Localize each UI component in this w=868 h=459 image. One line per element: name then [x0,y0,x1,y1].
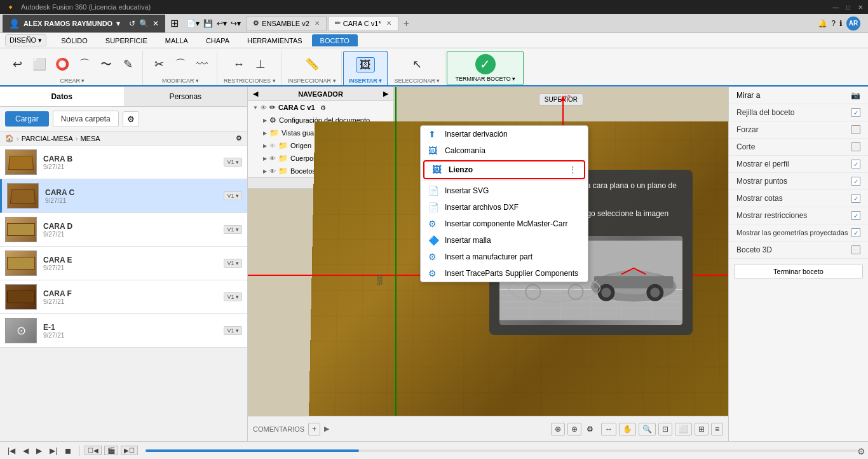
viewport[interactable]: ◀ NAVEGADOR ▶ ▼ 👁 ✏ CARA C v1 ⚙ ▶ ⚙ Conf… [248,87,728,441]
ribbon-btn-trim[interactable]: ✂ [149,57,168,72]
rejilla-checkbox[interactable]: ✓ [851,108,860,117]
new-tab-button[interactable]: + [400,18,413,29]
help-icon[interactable]: ? [831,19,836,28]
navigator-expand-btn[interactable]: ▶ [383,90,388,98]
nav-item-eye-origen[interactable]: 👁 [269,142,276,149]
keyframe-next-btn[interactable]: ▶☐ [121,446,138,455]
dropdown-item-lienzo[interactable]: 🖼 Lienzo ⋮ [423,160,585,179]
nav-expand-icon[interactable]: ▶ [263,130,267,136]
restricciones-label[interactable]: RESTRICCIONES ▾ [224,78,276,84]
hand-icon[interactable]: ✋ [619,423,636,435]
redo-icon[interactable]: ↪▾ [231,19,241,28]
lienzo-more-icon[interactable]: ⋮ [569,165,576,174]
play-play-btn[interactable]: ▶ [34,445,44,456]
ribbon-btn-circle[interactable]: ⭕ [52,57,72,72]
ribbon-btn-select[interactable]: ↖ [407,57,426,72]
insertar-label[interactable]: INSERTAR ▾ [349,78,383,84]
forzar-checkbox[interactable] [851,125,860,134]
list-item[interactable]: CARA D 9/27/21 V1 ▾ [0,213,247,247]
grid-display-icon[interactable]: ⊞ [695,423,709,435]
play-first-btn[interactable]: |◀ [5,445,18,456]
ribbon-tab-malla[interactable]: MALLA [157,34,196,46]
user-dropdown-icon[interactable]: ▾ [116,19,120,28]
panel-tab-personas[interactable]: Personas [124,87,248,106]
nav-expand-icon[interactable]: ▶ [263,168,267,174]
settings-icon[interactable]: ⚙ [587,425,593,434]
nav-item-eye-bocetos[interactable]: 👁 [269,168,276,175]
ribbon-tab-boceto[interactable]: BOCETO [312,34,358,46]
seleccionar-label[interactable]: SELECCIONAR ▾ [394,78,440,84]
play-prev-btn[interactable]: ◀ [20,445,31,456]
terminar-boceto-settings-btn[interactable]: Terminar boceto [734,264,863,279]
ribbon-tab-chapa[interactable]: CHAPA [198,34,238,46]
pan-icon[interactable]: ↔ [601,423,616,435]
top-right-icons[interactable]: 🔔 ? ℹ AR [813,17,865,31]
ribbon-btn-offset[interactable]: 〰 [193,57,212,72]
close-btn[interactable]: ✕ [858,4,863,11]
minimize-btn[interactable]: — [832,4,839,11]
ribbon-btn-arc[interactable]: ⌒ [75,57,94,72]
ribbon-btn-insert-image[interactable]: 🖼 [356,57,375,72]
list-item[interactable]: CARA B 9/27/21 V1 ▾ [0,146,247,179]
breadcrumb-home[interactable]: 🏠 [5,134,14,142]
design-menu-btn[interactable]: DISEÑO ▾ [5,34,46,46]
notification-icon[interactable]: 🔔 [818,19,827,28]
keyframe-prev-btn[interactable]: ☐◀ [85,446,102,455]
panel-tab-datos[interactable]: Datos [0,87,124,106]
list-item[interactable]: CARA F 9/27/21 V1 ▾ [0,280,247,314]
file-version[interactable]: V1 ▾ [224,225,242,234]
add-comment-btn[interactable]: + [308,423,320,435]
restricciones-checkbox[interactable]: ✓ [851,211,860,220]
navigator-collapse-btn[interactable]: ◀ [253,90,258,98]
snap-icon[interactable]: ⊕ [567,423,581,435]
corte-checkbox[interactable] [851,142,860,151]
ribbon-btn-extend[interactable]: ⌒ [171,57,190,72]
breadcrumb-settings-icon[interactable]: ⚙ [236,134,242,142]
dropdown-item-mcmaster[interactable]: ⚙ Insertar componente McMaster-Carr [421,216,588,232]
modificar-label[interactable]: MODIFICAR ▾ [162,78,199,84]
dropdown-item-svg[interactable]: 📄 Insertar SVG [421,182,588,199]
grid-icon[interactable]: ⊞ [165,15,184,32]
search-icon[interactable]: 🔍 [139,19,149,28]
nav-expand-icon[interactable]: ▶ [263,118,267,123]
save-icon[interactable]: 💾 [203,19,213,28]
camera-icon[interactable]: 📷 [851,91,860,100]
file-new-icon[interactable]: 📄▾ [186,19,200,28]
refresh-icon[interactable]: ↺ [129,19,135,28]
perfil-checkbox[interactable]: ✓ [851,160,860,168]
ribbon-btn-horizontal[interactable]: ↔ [229,57,248,72]
tab-ensamble[interactable]: ⚙ ENSAMBLE v2 ✕ [246,16,327,31]
terminar-boceto-btn[interactable]: ✓ TERMINAR BOCETO ▾ [455,54,515,82]
dropdown-item-calcografia[interactable]: 🖼 Calcomanía [421,142,588,159]
window-controls[interactable]: — □ ✕ [832,4,863,11]
zoom-in-icon[interactable]: 🔍 [639,423,656,435]
cotas-checkbox[interactable]: ✓ [851,194,860,203]
settings-item-mirar[interactable]: Mirar a 📷 [729,87,868,104]
ribbon-btn-perpendicular[interactable]: ⊥ [251,57,270,72]
file-version[interactable]: V1 ▾ [224,259,242,268]
dropdown-item-insertar-derivacion[interactable]: ⬆ Insertar derivación [421,126,588,142]
nav-item-cara-c[interactable]: ▼ 👁 ✏ CARA C v1 ⚙ [248,101,393,114]
inspeccionar-label[interactable]: INSPECCIONAR ▾ [288,78,336,84]
nav-item-eye-icon[interactable]: 👁 [261,104,267,111]
file-version[interactable]: V1 ▾ [224,158,242,167]
breadcrumb-mesa[interactable]: MESA [80,135,100,142]
dropdown-item-manufacturer[interactable]: ⚙ Insert a manufacturer part [421,249,588,265]
info-icon[interactable]: ℹ [839,19,843,28]
boceto3d-checkbox[interactable] [851,245,860,254]
tab-ensamble-close[interactable]: ✕ [315,20,320,27]
file-version[interactable]: V1 ▾ [224,326,242,335]
ribbon-tab-herramientas[interactable]: HERRAMIENTAS [239,34,311,46]
user-initials-badge[interactable]: AR [846,17,860,31]
puntos-checkbox[interactable]: ✓ [851,177,860,186]
dropdown-item-traceparts[interactable]: ⚙ Insert TraceParts Supplier Components [421,265,588,282]
move-icon[interactable]: ⊕ [551,423,565,435]
list-item[interactable]: CARA E 9/27/21 V1 ▾ [0,247,247,280]
geometrias-checkbox[interactable]: ✓ [851,228,860,237]
dropdown-item-dxf[interactable]: 📄 Insertar archivos DXF [421,199,588,216]
ribbon-btn-spline[interactable]: 〜 [97,57,116,72]
panel-settings-button[interactable]: ⚙ [123,111,139,127]
ribbon-btn-line[interactable]: ✎ [118,57,137,72]
display-mode-icon[interactable]: ≡ [711,423,723,435]
ribbon-tab-solido[interactable]: SÓLIDO [53,34,96,46]
